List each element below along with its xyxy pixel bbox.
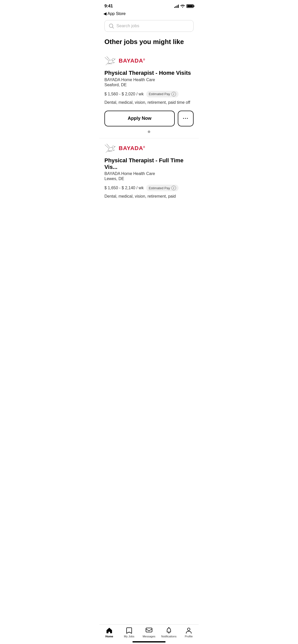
estimated-pay-label-2: Estimated Pay <box>149 186 170 190</box>
job-card-2: BAYADA® Physical Therapist - Full Time V… <box>99 143 199 200</box>
job-location-1: Seaford, DE <box>104 83 194 87</box>
more-options-button-1[interactable]: ··· <box>178 111 194 126</box>
section-heading: Other jobs you might like <box>99 36 199 51</box>
info-icon-1: i <box>171 92 176 96</box>
back-arrow-icon: ◀ <box>103 11 106 16</box>
benefits-2: Dental, medical, vision, retirement, pai… <box>104 193 194 199</box>
estimated-pay-label-1: Estimated Pay <box>149 92 170 96</box>
company-name-1: BAYADA Home Health Care <box>104 78 194 82</box>
nav-back[interactable]: ◀ App Store <box>99 10 199 18</box>
svg-line-1 <box>113 27 114 28</box>
search-container: Search jobs <box>99 18 199 36</box>
benefits-1: Dental, medical, vision, retirement, pai… <box>104 99 194 106</box>
svg-point-2 <box>108 60 113 64</box>
signal-bars-icon <box>174 4 179 8</box>
search-placeholder: Search jobs <box>116 23 189 28</box>
status-bar: 9:41 <box>99 0 199 10</box>
apply-now-button-1[interactable]: Apply Now <box>104 111 175 126</box>
battery-icon <box>186 4 194 8</box>
search-bar[interactable]: Search jobs <box>104 20 194 32</box>
company-name-2: BAYADA Home Health Care <box>104 171 194 176</box>
bayada-bird-icon <box>104 56 118 66</box>
bayada-logo-1: BAYADA® <box>104 56 145 66</box>
action-buttons-1: Apply Now ··· <box>104 111 194 126</box>
bayada-bird-icon-2 <box>104 143 118 153</box>
dot-indicator-1 <box>104 130 194 133</box>
company-logo-1: BAYADA® <box>104 56 194 66</box>
pay-row-1: $ 1,560 - $ 2,020 / wk Estimated Pay i <box>104 91 194 97</box>
job-card-1: BAYADA® Physical Therapist - Home Visits… <box>99 51 199 133</box>
bayada-brand-text-2: BAYADA® <box>119 145 145 152</box>
job-title-2: Physical Therapist - Full Time Vis... <box>104 157 194 171</box>
estimated-pay-badge-2[interactable]: Estimated Pay i <box>146 185 179 191</box>
info-icon-2: i <box>171 186 176 190</box>
back-label: App Store <box>107 11 126 16</box>
status-time: 9:41 <box>104 4 113 9</box>
pay-row-2: $ 1,650 - $ 2,140 / wk Estimated Pay i <box>104 185 194 191</box>
bayada-brand-text-1: BAYADA® <box>119 57 145 64</box>
status-icons <box>174 4 194 8</box>
card-divider <box>99 138 199 138</box>
pay-range-2: $ 1,650 - $ 2,140 / wk <box>104 186 144 190</box>
job-location-2: Lewes, DE <box>104 177 194 181</box>
svg-point-3 <box>112 58 114 61</box>
job-title-1: Physical Therapist - Home Visits <box>104 70 194 76</box>
search-icon <box>109 23 114 28</box>
wifi-icon <box>180 4 185 8</box>
svg-point-5 <box>112 146 114 148</box>
company-logo-2: BAYADA® <box>104 143 194 153</box>
bayada-logo-2: BAYADA® <box>104 143 145 153</box>
carousel-dot <box>148 130 150 133</box>
svg-point-4 <box>108 147 113 151</box>
pay-range-1: $ 1,560 - $ 2,020 / wk <box>104 92 144 96</box>
estimated-pay-badge-1[interactable]: Estimated Pay i <box>146 91 179 97</box>
